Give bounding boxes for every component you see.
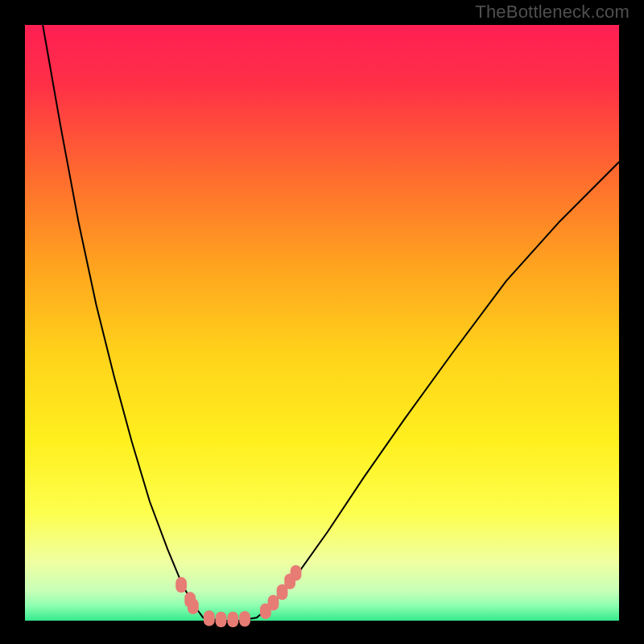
marker-dot [175, 577, 187, 592]
marker-dot [216, 612, 227, 627]
marker-dot [188, 599, 199, 614]
marker-dot [227, 612, 238, 627]
plot-background [25, 25, 619, 621]
marker-dot [268, 595, 279, 610]
watermark-text: TheBottleneck.com [475, 2, 630, 23]
marker-dot [204, 610, 215, 625]
chart-stage: TheBottleneck.com [0, 0, 644, 644]
bottleneck-chart [0, 0, 644, 644]
marker-dot [239, 611, 250, 626]
marker-dot [291, 565, 302, 580]
